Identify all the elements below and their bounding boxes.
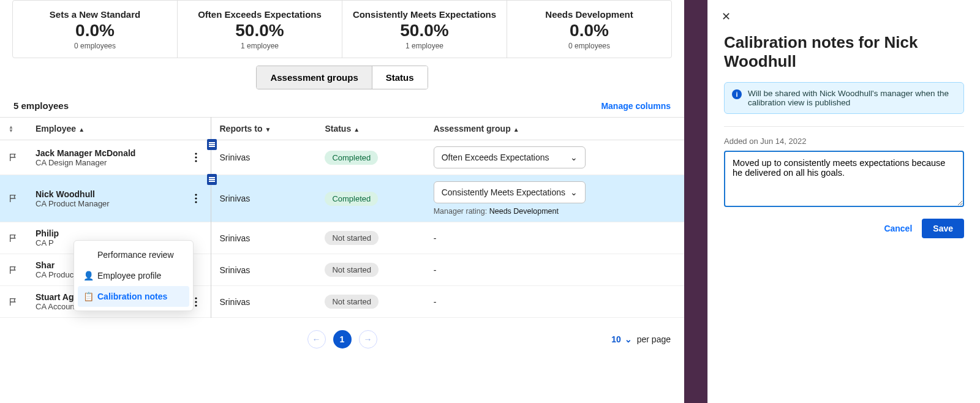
assessment-cell: - bbox=[425, 222, 684, 254]
view-segment: Assessment groups Status bbox=[256, 66, 428, 89]
note-textarea[interactable] bbox=[724, 151, 964, 207]
row-menu-button[interactable] bbox=[190, 191, 202, 206]
col-flag[interactable]: ▲▼ bbox=[0, 118, 27, 140]
reports-to-cell: Srinivas bbox=[211, 175, 316, 222]
page-size-select[interactable]: 10 ⌄ bbox=[611, 334, 632, 344]
svg-point-3 bbox=[195, 194, 197, 195]
page-prev-button[interactable]: ← bbox=[307, 330, 326, 348]
flag-icon[interactable] bbox=[9, 265, 18, 275]
row-context-menu: Performance review 👤 Employee profile 📋 … bbox=[74, 240, 194, 311]
chevron-down-icon: ⌄ bbox=[570, 153, 578, 162]
card-percent: 50.0% bbox=[181, 21, 338, 40]
calibration-notes-panel: ✕ Calibration notes for Nick Woodhull i … bbox=[707, 0, 980, 403]
cancel-button[interactable]: Cancel bbox=[884, 224, 912, 233]
svg-point-4 bbox=[195, 197, 197, 199]
chevron-down-icon: ⌄ bbox=[570, 187, 578, 197]
card-sub: 0 employees bbox=[17, 42, 173, 50]
status-chip: Not started bbox=[325, 295, 379, 309]
info-banner: i Will be shared with Nick Woodhull's ma… bbox=[724, 82, 964, 114]
summary-cards: Sets a New Standard 0.0% 0 employees Oft… bbox=[12, 0, 672, 58]
row-menu-button[interactable] bbox=[190, 150, 202, 165]
employee-role: CA P bbox=[36, 238, 59, 247]
svg-point-2 bbox=[195, 160, 197, 162]
status-chip: Not started bbox=[325, 231, 379, 245]
svg-point-8 bbox=[195, 304, 197, 306]
divider-stripe bbox=[684, 0, 707, 403]
reports-to-cell: Srinivas bbox=[211, 286, 316, 318]
summary-card: Needs Development 0.0% 0 employees bbox=[507, 1, 671, 58]
per-page-label: per page bbox=[637, 334, 671, 344]
svg-point-0 bbox=[195, 153, 197, 154]
card-title: Often Exceeds Expectations bbox=[181, 9, 338, 20]
reports-to-cell: Srinivas bbox=[211, 254, 316, 286]
segment-assessment-groups[interactable]: Assessment groups bbox=[257, 66, 371, 89]
summary-card: Often Exceeds Expectations 50.0% 1 emplo… bbox=[178, 1, 342, 58]
page-current[interactable]: 1 bbox=[333, 330, 352, 348]
status-chip: Completed bbox=[325, 151, 378, 165]
flag-icon[interactable] bbox=[9, 153, 18, 162]
menu-performance-review[interactable]: Performance review bbox=[78, 244, 189, 265]
card-title: Sets a New Standard bbox=[17, 9, 173, 20]
status-chip: Not started bbox=[325, 263, 379, 277]
employee-name: Jack Manager McDonald bbox=[36, 148, 135, 158]
reports-to-cell: Srinivas bbox=[211, 140, 316, 175]
note-badge-icon[interactable] bbox=[207, 139, 217, 150]
save-button[interactable]: Save bbox=[922, 219, 964, 238]
assessment-cell: - bbox=[425, 286, 684, 318]
assessment-cell: - bbox=[425, 254, 684, 286]
manager-rating: Manager rating: Needs Development bbox=[434, 207, 676, 216]
table-row[interactable]: Nick Woodhull CA Product Manager Sriniva… bbox=[0, 175, 684, 222]
card-sub: 1 employee bbox=[346, 42, 503, 50]
svg-point-7 bbox=[195, 301, 197, 303]
svg-point-1 bbox=[195, 156, 197, 158]
col-assessment-group[interactable]: Assessment group▲ bbox=[425, 118, 684, 140]
pagination: ← 1 → 10 ⌄ per page bbox=[0, 330, 684, 348]
status-chip: Completed bbox=[325, 192, 378, 206]
col-status[interactable]: Status▲ bbox=[316, 118, 424, 140]
flag-icon[interactable] bbox=[9, 297, 18, 307]
col-reports-to[interactable]: Reports to▼ bbox=[211, 118, 316, 140]
summary-card: Consistently Meets Expectations 50.0% 1 … bbox=[342, 1, 507, 58]
card-percent: 0.0% bbox=[511, 21, 668, 40]
menu-calibration-notes[interactable]: 📋 Calibration notes bbox=[78, 286, 189, 307]
card-title: Needs Development bbox=[511, 9, 668, 20]
assessment-select[interactable]: Often Exceeds Expectations ⌄ bbox=[434, 146, 586, 168]
divider bbox=[724, 126, 964, 127]
menu-employee-profile[interactable]: 👤 Employee profile bbox=[78, 265, 189, 286]
card-title: Consistently Meets Expectations bbox=[346, 9, 503, 20]
card-sub: 0 employees bbox=[511, 42, 668, 50]
note-date: Added on Jun 14, 2022 bbox=[724, 137, 964, 146]
employee-role: CA Product Manager bbox=[36, 199, 110, 208]
employee-name: Nick Woodhull bbox=[36, 189, 110, 199]
chevron-down-icon: ⌄ bbox=[625, 334, 632, 344]
page-next-button[interactable]: → bbox=[359, 330, 377, 348]
card-percent: 0.0% bbox=[17, 21, 173, 40]
employee-count: 5 employees bbox=[13, 100, 69, 111]
note-badge-icon[interactable] bbox=[207, 174, 217, 185]
card-percent: 50.0% bbox=[346, 21, 503, 40]
employee-name: Philip bbox=[36, 228, 59, 238]
clipboard-icon: 📋 bbox=[84, 292, 92, 301]
flag-icon[interactable] bbox=[9, 233, 18, 243]
info-icon: i bbox=[732, 89, 742, 99]
manage-columns-link[interactable]: Manage columns bbox=[601, 101, 671, 111]
flag-icon[interactable] bbox=[9, 194, 18, 203]
employee-role: CA Design Manager bbox=[36, 158, 135, 167]
panel-title: Calibration notes for Nick Woodhull bbox=[724, 33, 964, 71]
svg-point-6 bbox=[195, 297, 197, 299]
col-employee[interactable]: Employee▲ bbox=[27, 118, 211, 140]
svg-point-5 bbox=[195, 201, 197, 203]
assessment-select[interactable]: Consistently Meets Expectations ⌄ bbox=[434, 181, 586, 203]
person-icon: 👤 bbox=[84, 271, 92, 281]
summary-card: Sets a New Standard 0.0% 0 employees bbox=[13, 1, 178, 58]
card-sub: 1 employee bbox=[181, 42, 338, 50]
table-row[interactable]: Jack Manager McDonald CA Design Manager … bbox=[0, 140, 684, 175]
segment-status[interactable]: Status bbox=[372, 66, 428, 89]
close-icon[interactable]: ✕ bbox=[722, 10, 731, 23]
reports-to-cell: Srinivas bbox=[211, 222, 316, 254]
